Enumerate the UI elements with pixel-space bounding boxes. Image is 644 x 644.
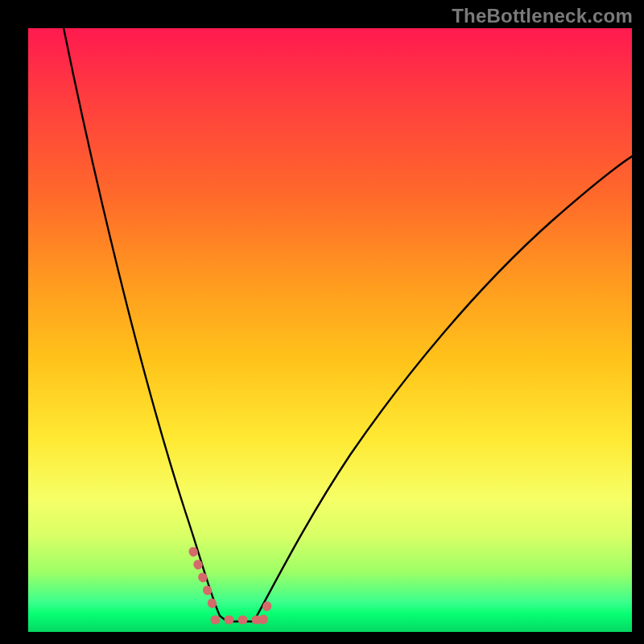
chart-stage: TheBottleneck.com [0, 0, 644, 644]
watermark-text: TheBottleneck.com [452, 5, 633, 27]
plot-area [28, 28, 632, 632]
